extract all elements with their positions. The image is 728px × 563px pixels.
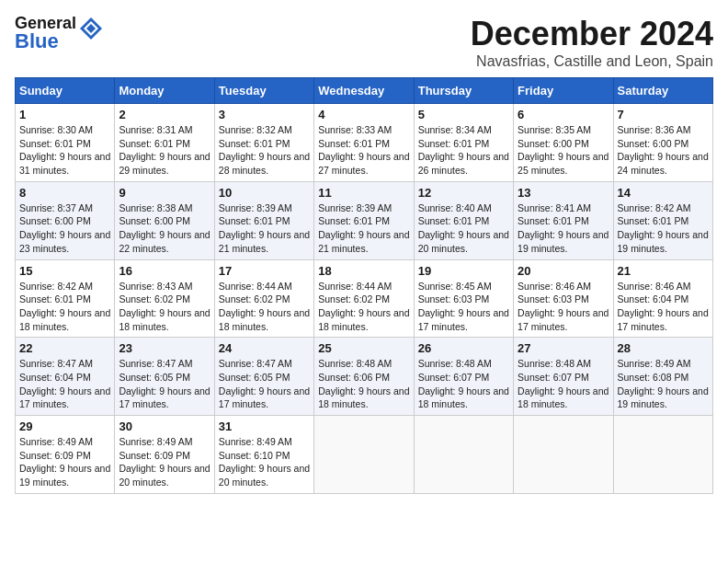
logo-text: General Blue — [15, 15, 76, 52]
day-number: 12 — [418, 186, 509, 200]
calendar-cell: 22Sunrise: 8:47 AMSunset: 6:04 PMDayligh… — [16, 338, 115, 416]
calendar-week-row: 8Sunrise: 8:37 AMSunset: 6:00 PMDaylight… — [16, 181, 713, 259]
title-block: December 2024 Navasfrias, Castille and L… — [471, 15, 713, 70]
day-info: Sunrise: 8:43 AMSunset: 6:02 PMDaylight:… — [119, 280, 210, 334]
day-info: Sunrise: 8:35 AMSunset: 6:00 PMDaylight:… — [518, 123, 609, 178]
day-info: Sunrise: 8:32 AMSunset: 6:01 PMDaylight:… — [219, 123, 310, 178]
calendar-week-row: 1Sunrise: 8:30 AMSunset: 6:01 PMDaylight… — [16, 104, 713, 182]
day-info: Sunrise: 8:33 AMSunset: 6:01 PMDaylight:… — [318, 123, 409, 178]
day-number: 31 — [219, 419, 310, 433]
day-number: 24 — [219, 341, 310, 355]
day-info: Sunrise: 8:42 AMSunset: 6:01 PMDaylight:… — [19, 280, 110, 334]
day-number: 13 — [518, 186, 609, 200]
page-subtitle: Navasfrias, Castille and Leon, Spain — [471, 53, 713, 70]
calendar-cell: 20Sunrise: 8:46 AMSunset: 6:03 PMDayligh… — [514, 259, 613, 338]
day-number: 17 — [219, 264, 310, 278]
logo-blue: Blue — [15, 31, 76, 52]
day-number: 15 — [19, 264, 110, 278]
day-number: 14 — [618, 186, 709, 200]
calendar-day-header: Friday — [514, 78, 613, 104]
calendar-cell — [613, 416, 712, 494]
day-info: Sunrise: 8:49 AMSunset: 6:09 PMDaylight:… — [19, 435, 110, 489]
calendar-cell: 17Sunrise: 8:44 AMSunset: 6:02 PMDayligh… — [214, 259, 313, 338]
calendar-header-row: SundayMondayTuesdayWednesdayThursdayFrid… — [16, 78, 713, 104]
logo-icon — [78, 16, 104, 41]
day-info: Sunrise: 8:41 AMSunset: 6:01 PMDaylight:… — [518, 201, 609, 256]
day-info: Sunrise: 8:47 AMSunset: 6:05 PMDaylight:… — [219, 357, 310, 411]
calendar-cell: 15Sunrise: 8:42 AMSunset: 6:01 PMDayligh… — [16, 259, 115, 338]
calendar-cell: 12Sunrise: 8:40 AMSunset: 6:01 PMDayligh… — [414, 181, 513, 259]
calendar-cell: 4Sunrise: 8:33 AMSunset: 6:01 PMDaylight… — [314, 104, 414, 182]
calendar-cell: 5Sunrise: 8:34 AMSunset: 6:01 PMDaylight… — [414, 104, 513, 182]
day-number: 30 — [119, 419, 210, 433]
logo: General Blue — [15, 15, 104, 52]
day-info: Sunrise: 8:49 AMSunset: 6:08 PMDaylight:… — [618, 357, 709, 411]
page-header: General Blue December 2024 Navasfrias, C… — [15, 15, 713, 70]
day-info: Sunrise: 8:44 AMSunset: 6:02 PMDaylight:… — [318, 280, 409, 334]
calendar-cell: 16Sunrise: 8:43 AMSunset: 6:02 PMDayligh… — [115, 259, 214, 338]
calendar-cell — [314, 416, 414, 494]
day-number: 22 — [19, 341, 110, 355]
calendar-cell: 29Sunrise: 8:49 AMSunset: 6:09 PMDayligh… — [16, 416, 115, 494]
calendar-cell: 30Sunrise: 8:49 AMSunset: 6:09 PMDayligh… — [115, 416, 214, 494]
calendar-cell: 7Sunrise: 8:36 AMSunset: 6:00 PMDaylight… — [613, 104, 712, 182]
day-info: Sunrise: 8:45 AMSunset: 6:03 PMDaylight:… — [418, 280, 509, 334]
day-number: 11 — [318, 186, 409, 200]
calendar-week-row: 22Sunrise: 8:47 AMSunset: 6:04 PMDayligh… — [16, 338, 713, 416]
day-info: Sunrise: 8:40 AMSunset: 6:01 PMDaylight:… — [418, 201, 509, 256]
calendar-cell: 31Sunrise: 8:49 AMSunset: 6:10 PMDayligh… — [214, 416, 313, 494]
day-info: Sunrise: 8:39 AMSunset: 6:01 PMDaylight:… — [318, 201, 409, 256]
calendar-day-header: Sunday — [16, 78, 115, 104]
day-info: Sunrise: 8:42 AMSunset: 6:01 PMDaylight:… — [618, 201, 709, 256]
day-number: 25 — [318, 341, 409, 355]
day-info: Sunrise: 8:49 AMSunset: 6:09 PMDaylight:… — [119, 435, 210, 489]
calendar-cell: 25Sunrise: 8:48 AMSunset: 6:06 PMDayligh… — [314, 338, 414, 416]
page-title: December 2024 — [471, 15, 713, 53]
calendar-cell: 1Sunrise: 8:30 AMSunset: 6:01 PMDaylight… — [16, 104, 115, 182]
calendar-cell: 26Sunrise: 8:48 AMSunset: 6:07 PMDayligh… — [414, 338, 513, 416]
day-info: Sunrise: 8:48 AMSunset: 6:06 PMDaylight:… — [318, 357, 409, 411]
day-number: 10 — [219, 186, 310, 200]
day-number: 9 — [119, 186, 210, 200]
calendar-cell: 3Sunrise: 8:32 AMSunset: 6:01 PMDaylight… — [214, 104, 313, 182]
day-info: Sunrise: 8:36 AMSunset: 6:00 PMDaylight:… — [618, 123, 709, 178]
calendar-cell — [414, 416, 513, 494]
day-number: 18 — [318, 264, 409, 278]
day-info: Sunrise: 8:39 AMSunset: 6:01 PMDaylight:… — [219, 201, 310, 256]
day-info: Sunrise: 8:46 AMSunset: 6:03 PMDaylight:… — [518, 280, 609, 334]
calendar-cell: 28Sunrise: 8:49 AMSunset: 6:08 PMDayligh… — [613, 338, 712, 416]
day-info: Sunrise: 8:31 AMSunset: 6:01 PMDaylight:… — [119, 123, 210, 178]
calendar-day-header: Thursday — [414, 78, 513, 104]
calendar-table: SundayMondayTuesdayWednesdayThursdayFrid… — [15, 77, 713, 494]
day-number: 5 — [418, 108, 509, 121]
day-number: 8 — [19, 186, 110, 200]
calendar-cell: 8Sunrise: 8:37 AMSunset: 6:00 PMDaylight… — [16, 181, 115, 259]
calendar-day-header: Saturday — [613, 78, 712, 104]
day-info: Sunrise: 8:30 AMSunset: 6:01 PMDaylight:… — [19, 123, 110, 178]
calendar-day-header: Wednesday — [314, 78, 414, 104]
calendar-cell: 11Sunrise: 8:39 AMSunset: 6:01 PMDayligh… — [314, 181, 414, 259]
day-info: Sunrise: 8:47 AMSunset: 6:04 PMDaylight:… — [19, 357, 110, 411]
calendar-cell: 19Sunrise: 8:45 AMSunset: 6:03 PMDayligh… — [414, 259, 513, 338]
day-number: 29 — [19, 419, 110, 433]
day-number: 1 — [19, 108, 110, 121]
day-number: 27 — [518, 341, 609, 355]
day-number: 2 — [119, 108, 210, 121]
day-info: Sunrise: 8:48 AMSunset: 6:07 PMDaylight:… — [518, 357, 609, 411]
day-number: 19 — [418, 264, 509, 278]
calendar-cell: 9Sunrise: 8:38 AMSunset: 6:00 PMDaylight… — [115, 181, 214, 259]
calendar-cell: 27Sunrise: 8:48 AMSunset: 6:07 PMDayligh… — [514, 338, 613, 416]
calendar-cell: 13Sunrise: 8:41 AMSunset: 6:01 PMDayligh… — [514, 181, 613, 259]
calendar-cell: 10Sunrise: 8:39 AMSunset: 6:01 PMDayligh… — [214, 181, 313, 259]
day-info: Sunrise: 8:48 AMSunset: 6:07 PMDaylight:… — [418, 357, 509, 411]
day-info: Sunrise: 8:44 AMSunset: 6:02 PMDaylight:… — [219, 280, 310, 334]
day-number: 28 — [618, 341, 709, 355]
calendar-cell: 24Sunrise: 8:47 AMSunset: 6:05 PMDayligh… — [214, 338, 313, 416]
calendar-cell — [514, 416, 613, 494]
calendar-cell: 6Sunrise: 8:35 AMSunset: 6:00 PMDaylight… — [514, 104, 613, 182]
day-info: Sunrise: 8:46 AMSunset: 6:04 PMDaylight:… — [618, 280, 709, 334]
day-number: 6 — [518, 108, 609, 121]
day-number: 7 — [618, 108, 709, 121]
day-info: Sunrise: 8:47 AMSunset: 6:05 PMDaylight:… — [119, 357, 210, 411]
day-number: 3 — [219, 108, 310, 121]
